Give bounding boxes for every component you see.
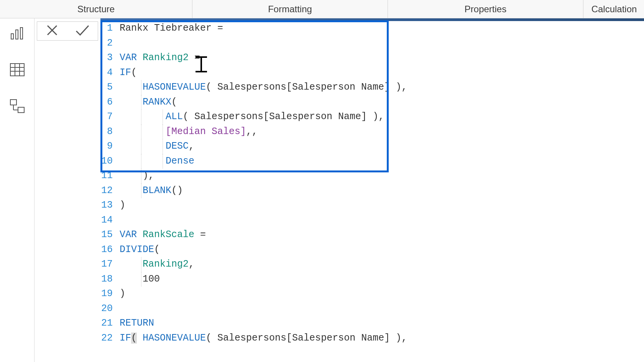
model-view-icon[interactable] <box>9 98 26 116</box>
code-token: ( Salespersons[Salesperson Name] ), <box>206 82 407 93</box>
line-number: 18 <box>100 272 114 287</box>
code-token <box>137 333 143 344</box>
report-view-icon[interactable] <box>9 26 26 43</box>
svg-rect-3 <box>10 64 24 76</box>
code-token: ALL <box>166 111 183 122</box>
ribbon-tab-structure[interactable]: Structure <box>0 0 192 18</box>
code-line[interactable]: VAR Ranking2 = <box>120 51 407 66</box>
line-number: 4 <box>100 66 114 80</box>
code-token: VAR <box>120 229 137 240</box>
line-number: 14 <box>100 213 114 228</box>
cancel-formula-button[interactable] <box>45 23 59 39</box>
code-token: HASONEVALUE <box>143 82 206 93</box>
line-number: 9 <box>100 139 114 154</box>
line-number: 19 <box>100 287 114 301</box>
indent-guide <box>163 110 163 124</box>
code-token <box>120 97 143 108</box>
code-token: ,, <box>246 126 258 137</box>
code-line[interactable]: ALL( Salespersons[Salesperson Name] ), <box>120 110 407 124</box>
line-number: 15 <box>100 228 114 242</box>
indent-guide <box>141 80 141 95</box>
code-line[interactable] <box>120 213 407 228</box>
indent-guide <box>141 183 141 198</box>
code-token: , <box>189 259 194 270</box>
data-view-icon[interactable] <box>9 62 26 79</box>
code-token <box>120 156 166 167</box>
code-token <box>120 126 166 137</box>
code-token: HASONEVALUE <box>143 333 206 344</box>
code-line[interactable]: HASONEVALUE( Salespersons[Salesperson Na… <box>120 80 407 95</box>
svg-rect-0 <box>11 34 13 39</box>
code-token: DESC <box>166 141 189 152</box>
code-line[interactable]: Rankx Tiebreaker = <box>120 21 407 36</box>
line-number: 3 <box>100 51 114 66</box>
code-token: = <box>194 229 206 240</box>
ribbon-tabs: Structure Formatting Properties Calculat… <box>0 0 644 18</box>
indent-guide <box>163 124 163 139</box>
code-token <box>120 141 166 152</box>
code-line[interactable]: RANKX( <box>120 95 407 110</box>
code-token: ( <box>154 244 160 255</box>
code-line[interactable]: ), <box>120 169 407 183</box>
dax-editor[interactable]: 12345678910111213141516171819202122 Rank… <box>100 21 644 362</box>
code-token: = <box>189 52 200 63</box>
code-token: ( <box>131 333 137 344</box>
code-line[interactable]: IF( HASONEVALUE( Salespersons[Salesperso… <box>120 331 407 346</box>
code-line[interactable]: ) <box>120 198 407 213</box>
code-token: BLANK <box>143 185 171 196</box>
line-gutter: 12345678910111213141516171819202122 <box>100 21 114 346</box>
line-number: 12 <box>100 183 114 198</box>
code-line[interactable]: Dense <box>120 154 407 169</box>
code-token: ( <box>131 67 137 78</box>
ribbon-tab-properties[interactable]: Properties <box>388 0 583 18</box>
code-token: ) <box>120 288 125 299</box>
code-token <box>120 82 143 93</box>
line-number: 13 <box>100 198 114 213</box>
code-token: Rankx Tiebreaker = <box>120 23 223 34</box>
code-token: Ranking2 <box>143 52 189 63</box>
line-number: 10 <box>100 154 114 169</box>
line-number: 21 <box>100 316 114 331</box>
svg-rect-8 <box>10 100 16 105</box>
code-token: [Median Sales] <box>166 126 246 137</box>
line-number: 22 <box>100 331 114 346</box>
code-line[interactable]: VAR RankScale = <box>120 228 407 242</box>
code-line[interactable]: RETURN <box>120 316 407 331</box>
code-token <box>120 259 143 270</box>
code-token: IF <box>120 333 131 344</box>
code-token: DIVIDE <box>120 244 154 255</box>
code-token: ( Salespersons[Salesperson Name] ), <box>183 111 384 122</box>
indent-guide <box>141 169 141 183</box>
indent-guide <box>141 154 141 169</box>
code-line[interactable]: IF( <box>120 66 407 80</box>
line-number: 11 <box>100 169 114 183</box>
code-token: RANKX <box>143 97 171 108</box>
code-line[interactable] <box>120 301 407 316</box>
commit-formula-button[interactable] <box>75 23 90 39</box>
code-line[interactable]: ) <box>120 287 407 301</box>
code-token: VAR <box>120 52 137 63</box>
svg-rect-9 <box>18 107 24 113</box>
code-token: Dense <box>166 156 194 167</box>
code-line[interactable]: DIVIDE( <box>120 242 407 257</box>
code-line[interactable]: DESC, <box>120 139 407 154</box>
indent-guide <box>141 95 141 110</box>
line-number: 2 <box>100 36 114 51</box>
ribbon-tab-formatting[interactable]: Formatting <box>192 0 388 18</box>
line-number: 20 <box>100 301 114 316</box>
code-line[interactable]: [Median Sales],, <box>120 124 407 139</box>
indent-guide <box>141 124 141 139</box>
code-token: Ranking2 <box>143 259 189 270</box>
code-line[interactable]: BLANK() <box>120 183 407 198</box>
editor-top-accent <box>100 18 644 21</box>
code-token: 100 <box>120 274 160 285</box>
code-line[interactable]: 100 <box>120 272 407 287</box>
indent-guide <box>141 110 141 124</box>
code-token: () <box>171 185 183 196</box>
code-line[interactable]: Ranking2, <box>120 257 407 272</box>
code-line[interactable] <box>120 36 407 51</box>
code-token: RETURN <box>120 318 154 329</box>
ribbon-tab-calculation[interactable]: Calculation <box>583 0 644 18</box>
code-content[interactable]: Rankx Tiebreaker =VAR Ranking2 =IF( HASO… <box>120 21 407 346</box>
indent-guide <box>163 139 163 154</box>
